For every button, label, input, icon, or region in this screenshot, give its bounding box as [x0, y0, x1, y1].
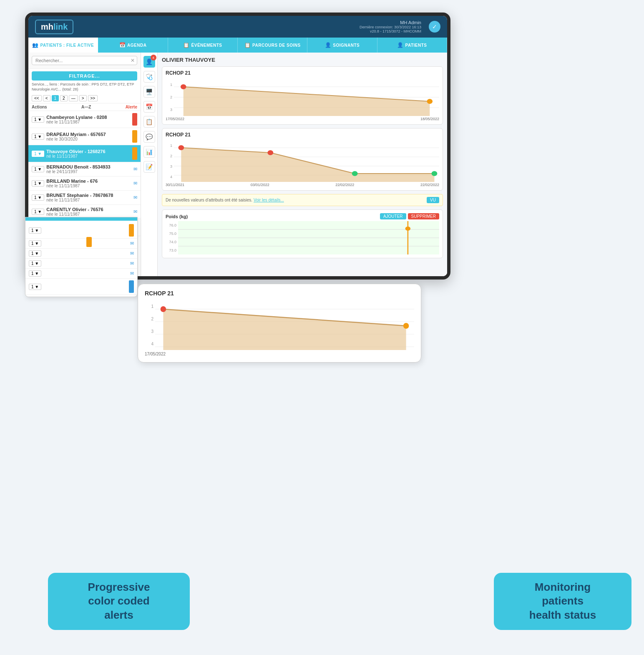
patient-row-active[interactable]: 1 ▼ Thauvoye Olivier - 1268276 né le 11/…	[28, 145, 141, 162]
patient-info: BRUNET Stephanie - 78678678 née le 11/11…	[46, 193, 131, 202]
nav-tabs: 👥 PATIENTS : FILE ACTIVE 📅 AGENDA 📋 ÉVÉN…	[28, 38, 447, 53]
svg-point-16	[267, 150, 273, 155]
alert-envelope-icon: ✉	[133, 181, 137, 186]
patient-dob: né le 11/11/1987	[46, 154, 130, 159]
patient-action-btn[interactable]: 1 ▼	[32, 116, 44, 123]
user-avatar[interactable]: ✓	[429, 21, 440, 33]
zoom-rchop-svg	[155, 300, 414, 350]
patient-info: CARENTLY Olivier - 76576 née le 11/11/19…	[46, 207, 131, 217]
logo-box: mhlink	[35, 20, 73, 34]
list-item[interactable]: 1 ▼ ✉	[25, 259, 137, 269]
patient-action-btn[interactable]: 1 ▼	[32, 209, 44, 215]
data-icon-btn[interactable]: 📊	[143, 146, 155, 158]
search-clear-icon[interactable]: ✕	[131, 58, 135, 63]
weight-chart: Poids (kg) AJOUTER SUPPRIMER 76.0 75.0 7…	[162, 209, 443, 258]
patient-name: DRAPEAU Myriam - 657657	[46, 132, 130, 137]
alert-envelope-icon: ✉	[133, 209, 137, 214]
envelope-icon: ✉	[130, 251, 134, 256]
filter-button[interactable]: FILTRAGE...	[32, 71, 137, 81]
patient-action-btn[interactable]: 1 ▼	[29, 270, 41, 277]
list-item[interactable]: 1 ▼	[25, 279, 137, 295]
patient-name: CARENTLY Olivier - 76576	[46, 207, 131, 212]
patient-action-btn[interactable]: 1 ▼	[32, 180, 44, 186]
notes-icon-btn[interactable]: 📝	[143, 161, 155, 173]
patient-action-btn[interactable]: 1 ▼	[29, 250, 41, 257]
patient-row[interactable]: 1 ▼ DRAPEAU Myriam - 657657 née le 30/3/…	[28, 128, 141, 145]
patient-name: BRILLAND Marine - 676	[46, 179, 131, 184]
bubble-alerts: Progressive color coded alerts	[48, 573, 190, 630]
schedule-icon-btn[interactable]: 📋	[143, 116, 155, 128]
alert-banner: De nouvelles valeurs d'attributs ont été…	[162, 194, 443, 206]
list-item[interactable]: 1 ▼ ✉	[25, 269, 137, 279]
patient-action-btn[interactable]: 1 ▼	[29, 284, 41, 290]
svg-marker-11	[181, 148, 434, 182]
tab-evenements[interactable]: 📋 ÉVÉNEMENTS	[168, 38, 238, 53]
tab-patients[interactable]: 👤 PATIENTS	[377, 38, 447, 53]
page-first[interactable]: <<	[32, 95, 42, 101]
screen-icon-btn[interactable]: 🖥️	[143, 86, 155, 98]
chat-icon-btn[interactable]: 💬	[143, 131, 155, 143]
page-last[interactable]: >>	[88, 95, 98, 101]
vu-button[interactable]: VU	[427, 197, 439, 203]
svg-point-31	[161, 306, 166, 312]
delete-weight-button[interactable]: SUPPRIMER	[408, 213, 439, 219]
rchop-chart-2: RCHOP 21 1 2 3 4	[162, 128, 443, 191]
side-icons-panel: 👤 4 🩺 🖥️ 📅 📋 💬 📊 📝	[141, 53, 158, 280]
patient-row[interactable]: 1 ▼ BRUNET Stephanie - 78678678 née le 1…	[28, 191, 141, 205]
patient-dob: née le 30/3/2020	[46, 137, 130, 141]
list-item[interactable]: 1 ▼ ✉	[25, 249, 137, 259]
alert-blue	[129, 280, 134, 293]
patient-info: BERNADOU Benoit - 8534933 né le 24/11/19…	[46, 164, 131, 174]
tab-agenda[interactable]: 📅 AGENDA	[98, 38, 168, 53]
zoom-card-title: RCHOP 21	[145, 290, 414, 297]
page-next[interactable]: >	[79, 95, 87, 101]
svg-point-17	[352, 171, 358, 176]
tab-patients-file-active[interactable]: 👥 PATIENTS : FILE ACTIVE	[28, 38, 98, 53]
patient-action-btn[interactable]: 1 ▼	[32, 134, 44, 140]
main-panel: OLIVIER THAUVOYE RCHOP 21 1 2 3	[158, 53, 447, 280]
tab-parcours[interactable]: 📋 PARCOURS DE SOINS	[238, 38, 307, 53]
alert-orange	[129, 224, 134, 237]
svg-point-15	[178, 145, 184, 150]
alert-indicator-red	[132, 113, 137, 126]
add-weight-button[interactable]: AJOUTER	[380, 213, 406, 219]
patient-dob: née le 11/11/1987	[46, 198, 131, 202]
alert-details-link[interactable]: Voir les détails...	[254, 198, 284, 202]
svg-marker-3	[184, 87, 430, 116]
envelope-icon: ✉	[130, 271, 134, 276]
alert-envelope-icon: ✉	[133, 166, 137, 172]
patient-action-btn[interactable]: 1 ▼	[32, 151, 44, 157]
medical-icon-btn[interactable]: 🩺	[143, 71, 155, 83]
svg-point-5	[181, 84, 186, 89]
zoom-card-date: 17/05/2022	[145, 352, 414, 356]
agenda-tab-icon: 📅	[119, 42, 126, 48]
patient-row[interactable]: 1 ▼ BRILLAND Marine - 676 née le 11/11/1…	[28, 176, 141, 191]
patient-action-btn[interactable]: 1 ▼	[29, 227, 41, 234]
list-item[interactable]: 1 ▼ ✉	[25, 239, 137, 249]
tab-soignants[interactable]: 👤 SOIGNANTS	[307, 38, 377, 53]
search-bar: ✕	[28, 53, 141, 69]
alert-banner-text: De nouvelles valeurs d'attributs ont été…	[166, 198, 284, 202]
patient-action-btn[interactable]: 1 ▼	[29, 260, 41, 267]
patient-action-btn[interactable]: 1 ▼	[32, 166, 44, 172]
patient-name: Thauvoye Olivier - 1268276	[46, 149, 130, 154]
svg-point-6	[427, 99, 433, 104]
patient-action-btn[interactable]: 1 ▼	[29, 240, 41, 247]
patient-row[interactable]: 1 ▼ BERNADOU Benoit - 8534933 né le 24/1…	[28, 162, 141, 176]
search-input[interactable]	[32, 56, 137, 65]
rchop-chart-1: RCHOP 21 1 2 3	[162, 66, 443, 125]
patient-action-btn[interactable]: 1 ▼	[32, 194, 44, 201]
patient-title: OLIVIER THAUVOYE	[162, 57, 443, 63]
list-header: Actions A—Z Alerte	[28, 103, 141, 111]
list-item[interactable]: 1 ▼	[25, 222, 137, 239]
patient-info: Chambeyron Lyslane - 0208 née le 11/11/1…	[46, 115, 130, 124]
filter-description: Service..., liens : Parcours de soin : P…	[28, 82, 141, 93]
page-prev[interactable]: <	[43, 95, 50, 101]
calendar-icon-btn[interactable]: 📅	[143, 101, 155, 113]
patient-row[interactable]: 1 ▼ Chambeyron Lyslane - 0208 née le 11/…	[28, 111, 141, 128]
patient-info: Thauvoye Olivier - 1268276 né le 11/11/1…	[46, 149, 130, 159]
page-1[interactable]: 1	[52, 95, 59, 101]
page-2[interactable]: 2	[60, 95, 68, 101]
patient-icon-btn[interactable]: 👤 4	[143, 56, 155, 68]
logo-link: link	[53, 22, 68, 32]
